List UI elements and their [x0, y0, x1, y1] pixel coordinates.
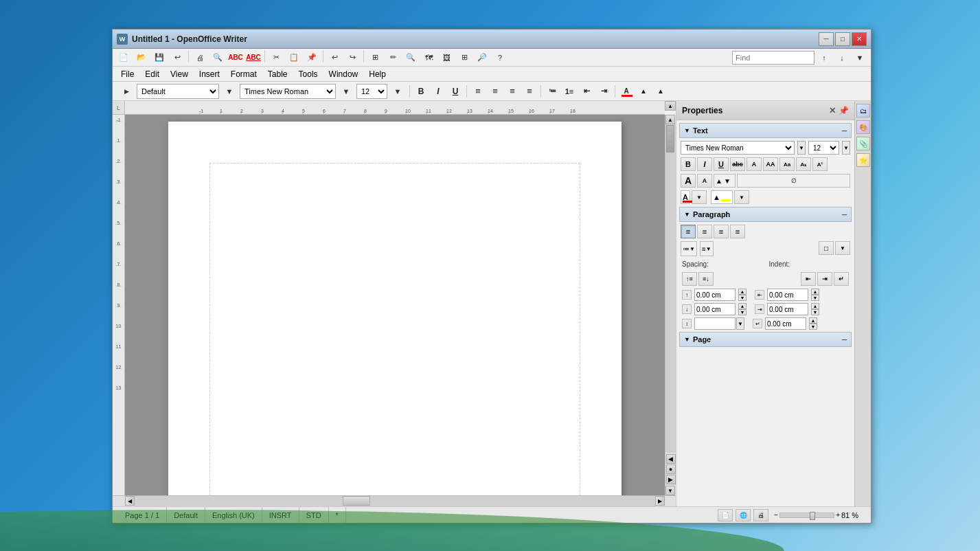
- sidebar-icon-2[interactable]: 🎨: [856, 120, 870, 134]
- scroll-top-button[interactable]: ▲: [665, 101, 676, 111]
- indent-after-input[interactable]: [767, 303, 808, 315]
- sidebar-icon-1[interactable]: 🗂: [856, 104, 870, 117]
- indent-before-down[interactable]: ▼: [811, 295, 819, 301]
- char-bg-button[interactable]: ▲: [653, 84, 668, 99]
- menu-tools[interactable]: Tools: [293, 68, 323, 80]
- insert-table-button[interactable]: ⊞: [367, 50, 383, 65]
- menu-table[interactable]: Table: [262, 68, 293, 80]
- redo-button[interactable]: ↪: [344, 50, 361, 65]
- page-content-area[interactable]: [209, 163, 580, 495]
- spacing-below-up[interactable]: ▲: [738, 303, 747, 309]
- prop-strikethrough-button[interactable]: abc: [730, 157, 745, 171]
- reload-button[interactable]: ↩: [169, 50, 185, 65]
- prop-aa-button[interactable]: Aa: [779, 157, 795, 171]
- find-more-button[interactable]: ▼: [852, 50, 868, 65]
- prop-size-select[interactable]: 12: [808, 141, 839, 155]
- prop-underline-button[interactable]: U: [714, 157, 729, 171]
- maximize-button[interactable]: □: [835, 32, 850, 46]
- zoom-out-icon[interactable]: −: [774, 511, 778, 519]
- help-button[interactable]: ?: [492, 50, 508, 65]
- numbered-list-button[interactable]: 1≡: [562, 84, 577, 99]
- indent-after-down[interactable]: ▼: [811, 309, 819, 315]
- indent-in-button[interactable]: ⇥: [596, 84, 611, 99]
- indent-first-down[interactable]: ▼: [809, 324, 817, 330]
- copy-button[interactable]: 📋: [286, 50, 302, 65]
- view-web-btn[interactable]: 🌐: [736, 509, 751, 521]
- prop-large-font-btn[interactable]: A: [681, 174, 696, 188]
- h-scroll-right-button[interactable]: ▶: [655, 496, 665, 506]
- find-next-button[interactable]: ↓: [834, 50, 850, 65]
- prop-align-justify[interactable]: ≡: [730, 225, 745, 238]
- prop-sup-button[interactable]: A¹: [812, 157, 828, 171]
- font-dropdown-button[interactable]: ▼: [338, 84, 354, 99]
- font-name-select[interactable]: Times New Roman: [240, 84, 336, 99]
- scroll-bottom-btn[interactable]: ▶: [666, 475, 676, 484]
- prop-italic-button[interactable]: I: [697, 157, 712, 171]
- underline-button[interactable]: U: [448, 84, 463, 99]
- indent-left-btn[interactable]: ⇤: [801, 272, 816, 286]
- draw-button[interactable]: ✏: [385, 50, 401, 65]
- prop-font-dropdown-btn[interactable]: ▼: [797, 141, 806, 155]
- spacing-below-down[interactable]: ▼: [738, 309, 747, 315]
- cut-button[interactable]: ✂: [268, 50, 284, 65]
- paragraph-section-header[interactable]: ▼ Paragraph ─: [679, 207, 852, 222]
- page-section-minimize[interactable]: ─: [842, 336, 847, 344]
- scroll-page-btn[interactable]: ●: [666, 464, 676, 474]
- h-scroll-track[interactable]: [135, 496, 655, 506]
- view-print-btn[interactable]: 🖨: [753, 509, 768, 521]
- close-button[interactable]: ✕: [852, 32, 867, 46]
- prop-font-color-btn[interactable]: A: [681, 190, 690, 204]
- gallery-button[interactable]: 🖼: [438, 50, 455, 65]
- style-dropdown-button[interactable]: ▼: [221, 84, 238, 99]
- prop-list-btn[interactable]: ≔ ▼: [681, 241, 697, 256]
- style-bullet-button[interactable]: ▶: [118, 84, 135, 99]
- prop-para-box-dropdown[interactable]: ▼: [835, 241, 850, 255]
- h-scroll-thumb[interactable]: [343, 496, 370, 506]
- prop-font-size-ctrl[interactable]: ▲ ▼: [714, 174, 736, 188]
- scroll-up-button[interactable]: ▲: [665, 115, 675, 124]
- align-left-button[interactable]: ≡: [470, 84, 486, 99]
- menu-view[interactable]: View: [165, 68, 194, 80]
- menu-edit[interactable]: Edit: [139, 68, 165, 80]
- menu-help[interactable]: Help: [363, 68, 391, 80]
- prop-highlight-btn[interactable]: ▲: [711, 190, 733, 204]
- paragraph-style-select[interactable]: Default: [137, 84, 219, 99]
- zoom-slider-track[interactable]: [779, 513, 834, 518]
- prop-align-center[interactable]: ≡: [697, 225, 712, 238]
- new-button[interactable]: 📄: [115, 50, 132, 65]
- menu-window[interactable]: Window: [323, 68, 364, 80]
- size-dropdown-button[interactable]: ▼: [389, 84, 406, 99]
- list-button[interactable]: ≔: [545, 84, 560, 99]
- bold-button[interactable]: B: [413, 84, 429, 99]
- prop-align-left[interactable]: ≡: [681, 225, 696, 238]
- spacing-above-down[interactable]: ▼: [738, 295, 747, 301]
- scroll-down-button[interactable]: ▼: [665, 486, 675, 495]
- open-button[interactable]: 📂: [133, 50, 150, 65]
- navigator-button[interactable]: 🗺: [420, 50, 437, 65]
- text-section-minimize[interactable]: ─: [842, 127, 847, 135]
- align-center-button[interactable]: ≡: [488, 84, 503, 99]
- prop-font-color-dropdown[interactable]: ▼: [692, 190, 707, 204]
- find-input[interactable]: [732, 51, 814, 65]
- paste-button[interactable]: 📌: [304, 50, 320, 65]
- minimize-button[interactable]: ─: [819, 32, 834, 46]
- prop-bold-button[interactable]: B: [681, 157, 696, 171]
- scroll-top-btn[interactable]: ◀: [666, 454, 676, 464]
- spacing-below-input[interactable]: [694, 303, 736, 315]
- prop-linespace-btn[interactable]: ≡ ▼: [700, 241, 714, 256]
- space-above-btn[interactable]: ↑≡: [682, 272, 697, 286]
- datasource-button[interactable]: ⊞: [456, 50, 472, 65]
- sidebar-icon-3[interactable]: 📎: [856, 137, 870, 150]
- prop-uppercase-button[interactable]: AA: [763, 157, 778, 171]
- indent-first-input[interactable]: [765, 317, 806, 330]
- document-scroll-area[interactable]: [125, 115, 665, 495]
- indent-right-btn[interactable]: ⇥: [817, 272, 832, 286]
- prop-sub-button[interactable]: A₁: [796, 157, 811, 171]
- italic-button[interactable]: I: [431, 84, 446, 99]
- undo-button[interactable]: ↩: [326, 50, 343, 65]
- scroll-thumb[interactable]: [666, 125, 674, 153]
- page-section-header[interactable]: ▼ Page ─: [679, 332, 852, 347]
- menu-format[interactable]: Format: [225, 68, 262, 80]
- menu-file[interactable]: File: [115, 68, 139, 80]
- prop-small-font-btn[interactable]: A: [697, 174, 712, 188]
